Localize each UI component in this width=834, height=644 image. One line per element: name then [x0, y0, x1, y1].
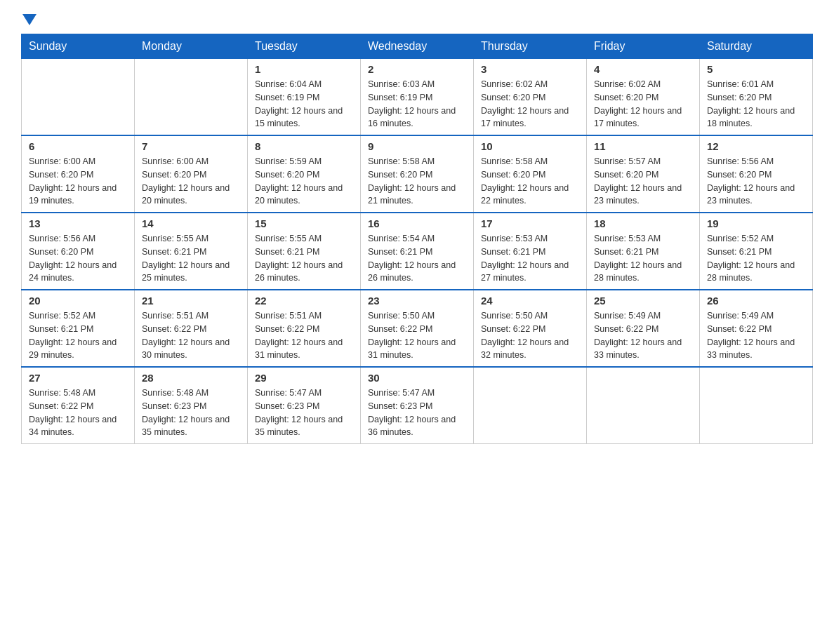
day-number: 14 — [142, 217, 240, 229]
calendar-cell: 27Sunrise: 5:48 AMSunset: 6:22 PMDayligh… — [22, 367, 135, 444]
day-info: Sunrise: 6:04 AMSunset: 6:19 PMDaylight:… — [255, 78, 353, 130]
day-info: Sunrise: 5:49 AMSunset: 6:22 PMDaylight:… — [707, 309, 805, 362]
day-info: Sunrise: 5:47 AMSunset: 6:23 PMDaylight:… — [255, 387, 353, 439]
day-number: 6 — [29, 140, 127, 152]
weekday-header-monday: Monday — [135, 34, 248, 59]
calendar-cell: 23Sunrise: 5:50 AMSunset: 6:22 PMDayligh… — [361, 290, 474, 367]
day-info: Sunrise: 5:50 AMSunset: 6:22 PMDaylight:… — [481, 309, 579, 362]
calendar-cell: 17Sunrise: 5:53 AMSunset: 6:21 PMDayligh… — [474, 213, 587, 290]
day-info: Sunrise: 6:01 AMSunset: 6:20 PMDaylight:… — [707, 78, 805, 130]
day-info: Sunrise: 6:00 AMSunset: 6:20 PMDaylight:… — [29, 155, 127, 208]
day-number: 3 — [481, 63, 579, 75]
day-number: 20 — [29, 295, 127, 307]
day-number: 29 — [255, 372, 353, 384]
calendar-cell: 20Sunrise: 5:52 AMSunset: 6:21 PMDayligh… — [22, 290, 135, 367]
weekday-header-row: SundayMondayTuesdayWednesdayThursdayFrid… — [22, 34, 813, 59]
day-number: 15 — [255, 217, 353, 229]
calendar-cell: 2Sunrise: 6:03 AMSunset: 6:19 PMDaylight… — [361, 59, 474, 136]
day-number: 5 — [707, 63, 805, 75]
day-number: 13 — [29, 217, 127, 229]
day-info: Sunrise: 5:52 AMSunset: 6:21 PMDaylight:… — [707, 232, 805, 285]
calendar-cell — [22, 59, 135, 136]
calendar-week-row: 27Sunrise: 5:48 AMSunset: 6:22 PMDayligh… — [22, 367, 813, 444]
day-info: Sunrise: 5:56 AMSunset: 6:20 PMDaylight:… — [29, 232, 127, 285]
weekday-header-saturday: Saturday — [700, 34, 813, 59]
day-number: 28 — [142, 372, 240, 384]
page-header — [21, 14, 813, 27]
calendar-cell: 9Sunrise: 5:58 AMSunset: 6:20 PMDaylight… — [361, 135, 474, 213]
calendar-header: SundayMondayTuesdayWednesdayThursdayFrid… — [22, 34, 813, 59]
day-number: 24 — [481, 295, 579, 307]
day-info: Sunrise: 5:53 AMSunset: 6:21 PMDaylight:… — [481, 232, 579, 285]
calendar-cell: 25Sunrise: 5:49 AMSunset: 6:22 PMDayligh… — [587, 290, 700, 367]
day-info: Sunrise: 5:47 AMSunset: 6:23 PMDaylight:… — [368, 387, 466, 439]
calendar-cell: 19Sunrise: 5:52 AMSunset: 6:21 PMDayligh… — [700, 213, 813, 290]
calendar-cell: 7Sunrise: 6:00 AMSunset: 6:20 PMDaylight… — [135, 135, 248, 213]
day-info: Sunrise: 5:49 AMSunset: 6:22 PMDaylight:… — [594, 309, 692, 362]
calendar-table: SundayMondayTuesdayWednesdayThursdayFrid… — [21, 34, 813, 444]
calendar-cell: 26Sunrise: 5:49 AMSunset: 6:22 PMDayligh… — [700, 290, 813, 367]
calendar-cell: 15Sunrise: 5:55 AMSunset: 6:21 PMDayligh… — [248, 213, 361, 290]
day-info: Sunrise: 6:02 AMSunset: 6:20 PMDaylight:… — [481, 78, 579, 130]
day-info: Sunrise: 6:02 AMSunset: 6:20 PMDaylight:… — [594, 78, 692, 130]
day-number: 27 — [29, 372, 127, 384]
calendar-cell: 3Sunrise: 6:02 AMSunset: 6:20 PMDaylight… — [474, 59, 587, 136]
day-info: Sunrise: 5:52 AMSunset: 6:21 PMDaylight:… — [29, 309, 127, 362]
day-info: Sunrise: 5:48 AMSunset: 6:23 PMDaylight:… — [142, 387, 240, 439]
weekday-header-thursday: Thursday — [474, 34, 587, 59]
day-number: 1 — [255, 63, 353, 75]
calendar-cell: 1Sunrise: 6:04 AMSunset: 6:19 PMDaylight… — [248, 59, 361, 136]
day-number: 8 — [255, 140, 353, 152]
day-number: 18 — [594, 217, 692, 229]
day-number: 21 — [142, 295, 240, 307]
calendar-cell: 8Sunrise: 5:59 AMSunset: 6:20 PMDaylight… — [248, 135, 361, 213]
calendar-cell: 22Sunrise: 5:51 AMSunset: 6:22 PMDayligh… — [248, 290, 361, 367]
day-info: Sunrise: 5:51 AMSunset: 6:22 PMDaylight:… — [142, 309, 240, 362]
calendar-cell: 24Sunrise: 5:50 AMSunset: 6:22 PMDayligh… — [474, 290, 587, 367]
calendar-cell: 16Sunrise: 5:54 AMSunset: 6:21 PMDayligh… — [361, 213, 474, 290]
day-info: Sunrise: 5:55 AMSunset: 6:21 PMDaylight:… — [255, 232, 353, 285]
day-info: Sunrise: 6:00 AMSunset: 6:20 PMDaylight:… — [142, 155, 240, 208]
weekday-header-tuesday: Tuesday — [248, 34, 361, 59]
calendar-week-row: 6Sunrise: 6:00 AMSunset: 6:20 PMDaylight… — [22, 135, 813, 213]
calendar-cell: 14Sunrise: 5:55 AMSunset: 6:21 PMDayligh… — [135, 213, 248, 290]
day-number: 17 — [481, 217, 579, 229]
day-number: 30 — [368, 372, 466, 384]
calendar-week-row: 13Sunrise: 5:56 AMSunset: 6:20 PMDayligh… — [22, 213, 813, 290]
calendar-cell: 21Sunrise: 5:51 AMSunset: 6:22 PMDayligh… — [135, 290, 248, 367]
day-info: Sunrise: 5:56 AMSunset: 6:20 PMDaylight:… — [707, 155, 805, 208]
day-info: Sunrise: 5:51 AMSunset: 6:22 PMDaylight:… — [255, 309, 353, 362]
calendar-cell: 18Sunrise: 5:53 AMSunset: 6:21 PMDayligh… — [587, 213, 700, 290]
calendar-cell: 5Sunrise: 6:01 AMSunset: 6:20 PMDaylight… — [700, 59, 813, 136]
calendar-body: 1Sunrise: 6:04 AMSunset: 6:19 PMDaylight… — [22, 59, 813, 444]
day-info: Sunrise: 5:55 AMSunset: 6:21 PMDaylight:… — [142, 232, 240, 285]
day-info: Sunrise: 5:59 AMSunset: 6:20 PMDaylight:… — [255, 155, 353, 208]
day-number: 23 — [368, 295, 466, 307]
calendar-cell: 12Sunrise: 5:56 AMSunset: 6:20 PMDayligh… — [700, 135, 813, 213]
calendar-cell: 4Sunrise: 6:02 AMSunset: 6:20 PMDaylight… — [587, 59, 700, 136]
day-info: Sunrise: 5:57 AMSunset: 6:20 PMDaylight:… — [594, 155, 692, 208]
calendar-cell: 13Sunrise: 5:56 AMSunset: 6:20 PMDayligh… — [22, 213, 135, 290]
weekday-header-sunday: Sunday — [22, 34, 135, 59]
day-number: 26 — [707, 295, 805, 307]
day-info: Sunrise: 5:58 AMSunset: 6:20 PMDaylight:… — [481, 155, 579, 208]
calendar-cell — [135, 59, 248, 136]
day-number: 16 — [368, 217, 466, 229]
day-number: 7 — [142, 140, 240, 152]
day-number: 19 — [707, 217, 805, 229]
calendar-cell: 30Sunrise: 5:47 AMSunset: 6:23 PMDayligh… — [361, 367, 474, 444]
calendar-cell — [474, 367, 587, 444]
day-number: 2 — [368, 63, 466, 75]
day-number: 9 — [368, 140, 466, 152]
day-number: 10 — [481, 140, 579, 152]
weekday-header-friday: Friday — [587, 34, 700, 59]
day-number: 12 — [707, 140, 805, 152]
day-info: Sunrise: 6:03 AMSunset: 6:19 PMDaylight:… — [368, 78, 466, 130]
day-info: Sunrise: 5:53 AMSunset: 6:21 PMDaylight:… — [594, 232, 692, 285]
day-number: 11 — [594, 140, 692, 152]
calendar-cell — [700, 367, 813, 444]
calendar-cell — [587, 367, 700, 444]
calendar-cell: 29Sunrise: 5:47 AMSunset: 6:23 PMDayligh… — [248, 367, 361, 444]
day-info: Sunrise: 5:58 AMSunset: 6:20 PMDaylight:… — [368, 155, 466, 208]
day-info: Sunrise: 5:54 AMSunset: 6:21 PMDaylight:… — [368, 232, 466, 285]
